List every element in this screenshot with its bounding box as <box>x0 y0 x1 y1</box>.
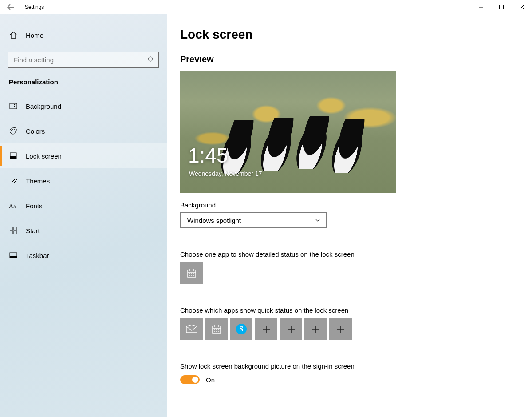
detailed-app-calendar-tile[interactable] <box>180 262 203 284</box>
nav-label: Start <box>26 227 40 234</box>
svg-rect-0 <box>500 5 504 9</box>
svg-text:S: S <box>239 325 243 333</box>
close-icon <box>520 5 524 9</box>
sidebar-item-lockscreen[interactable]: Lock screen <box>0 143 167 168</box>
window-title: Settings <box>21 4 44 10</box>
svg-point-3 <box>14 104 15 105</box>
content-pane: Lock screen Preview 1:45 Wednesday, Nove… <box>167 14 532 417</box>
sidebar-search <box>8 52 159 68</box>
skype-icon: S <box>235 323 248 335</box>
signin-bg-label: Show lock screen background picture on t… <box>180 362 519 370</box>
quick-app-add-tile[interactable] <box>255 318 277 340</box>
svg-point-6 <box>14 129 15 130</box>
maximize-icon <box>499 5 504 9</box>
sidebar-item-background[interactable]: Background <box>0 94 167 119</box>
minimize-button[interactable] <box>471 0 491 14</box>
arrow-left-icon <box>7 4 14 11</box>
taskbar-icon <box>9 252 18 258</box>
background-select[interactable]: Windows spotlight <box>180 212 327 228</box>
nav-label: Lock screen <box>26 152 62 160</box>
quick-app-mail-tile[interactable] <box>180 318 203 340</box>
svg-rect-16 <box>10 256 17 258</box>
signin-bg-toggle-row: On <box>180 375 519 384</box>
nav-label: Colors <box>26 127 45 135</box>
picture-icon <box>9 102 18 110</box>
search-input[interactable] <box>8 52 159 68</box>
preview-time: 1:45 <box>188 143 228 167</box>
preview-date: Wednesday, November 17 <box>189 170 262 177</box>
sidebar-home[interactable]: Home <box>0 27 167 44</box>
svg-point-1 <box>148 57 153 61</box>
svg-rect-8 <box>10 156 16 159</box>
svg-rect-12 <box>14 227 17 230</box>
close-button[interactable] <box>512 0 532 14</box>
calendar-icon <box>186 268 197 278</box>
quick-status-apps: S <box>180 318 519 340</box>
nav-label: Background <box>26 103 61 110</box>
sidebar-item-start[interactable]: Start <box>0 218 167 243</box>
nav-label: Themes <box>26 177 50 185</box>
quick-app-add-tile[interactable] <box>329 318 352 340</box>
nav-label: Fonts <box>26 202 43 210</box>
svg-text:A: A <box>9 203 13 209</box>
sidebar-home-label: Home <box>26 32 43 39</box>
svg-point-5 <box>12 129 13 130</box>
sidebar-group-heading: Personalization <box>0 68 167 94</box>
lockscreen-preview[interactable]: 1:45 Wednesday, November 17 <box>180 71 396 193</box>
svg-rect-11 <box>10 227 13 230</box>
chevron-down-icon <box>315 218 320 223</box>
window-controls <box>471 0 532 14</box>
calendar-icon <box>211 324 222 334</box>
plus-icon <box>262 325 271 334</box>
background-select-value: Windows spotlight <box>187 217 241 224</box>
background-label: Background <box>180 201 519 209</box>
plus-icon <box>287 325 296 334</box>
lockscreen-icon <box>9 152 18 160</box>
toggle-knob <box>192 377 198 383</box>
back-button[interactable] <box>0 0 21 14</box>
home-icon <box>9 31 18 39</box>
sidebar: Home Personalization Background Colors <box>0 14 167 417</box>
svg-text:A: A <box>13 204 16 209</box>
svg-rect-13 <box>10 231 13 234</box>
maximize-button[interactable] <box>491 0 512 14</box>
quick-app-add-tile[interactable] <box>304 318 327 340</box>
palette-icon <box>9 127 18 135</box>
svg-rect-14 <box>14 231 17 234</box>
themes-icon <box>9 177 18 185</box>
preview-heading: Preview <box>180 54 519 64</box>
signin-bg-toggle-label: On <box>206 376 215 384</box>
plus-icon <box>336 325 345 334</box>
fonts-icon: AA <box>9 202 18 209</box>
mail-icon <box>186 325 197 334</box>
plus-icon <box>311 325 320 334</box>
signin-bg-toggle[interactable] <box>180 375 200 384</box>
sidebar-item-fonts[interactable]: AA Fonts <box>0 193 167 218</box>
quick-app-add-tile[interactable] <box>280 318 302 340</box>
detailed-status-apps <box>180 262 519 284</box>
minimize-icon <box>479 5 483 9</box>
page-title: Lock screen <box>180 28 519 42</box>
svg-point-4 <box>11 130 12 131</box>
start-icon <box>9 227 18 234</box>
sidebar-item-colors[interactable]: Colors <box>0 119 167 143</box>
quick-app-calendar-tile[interactable] <box>205 318 228 340</box>
sidebar-item-taskbar[interactable]: Taskbar <box>0 243 167 268</box>
search-icon <box>147 56 154 63</box>
quick-app-skype-tile[interactable]: S <box>230 318 252 340</box>
nav-label: Taskbar <box>26 252 49 259</box>
titlebar: Settings <box>0 0 532 14</box>
quick-status-label: Choose which apps show quick status on t… <box>180 306 519 314</box>
detailed-status-label: Choose one app to show detailed status o… <box>180 250 519 258</box>
sidebar-item-themes[interactable]: Themes <box>0 168 167 193</box>
